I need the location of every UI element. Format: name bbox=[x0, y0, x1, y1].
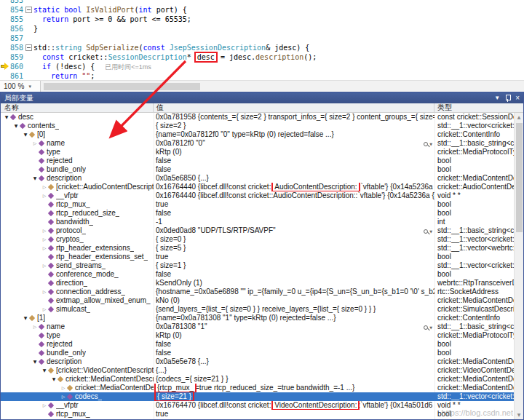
code-line[interactable]: 853 bbox=[0, 0, 524, 5]
code-editor[interactable]: 853854static bool IsValidPort(int port) … bbox=[0, 0, 524, 80]
magnifier-icon[interactable] bbox=[424, 229, 428, 234]
vertical-scrollbar[interactable]: ▲ ▼ bbox=[514, 113, 523, 419]
code-line[interactable]: 856} bbox=[0, 24, 524, 33]
variable-row[interactable]: rtp_header_extensions_set_truebool bbox=[1, 253, 515, 261]
expand-arrow-icon[interactable]: ▷ bbox=[60, 392, 67, 401]
code-line[interactable]: 857 bbox=[0, 33, 524, 43]
variable-row[interactable]: ▼description0x0a5e6850 {...}cricket::Med… bbox=[1, 174, 515, 183]
variable-row[interactable]: ▼contents_{ size=2 }std::__1::vector<cri… bbox=[1, 122, 515, 130]
collapse-arrow-icon[interactable]: ▼ bbox=[50, 375, 57, 384]
expand-arrow-icon[interactable]: ▷ bbox=[41, 235, 48, 244]
vertical-scrollbar-thumb[interactable] bbox=[516, 123, 523, 232]
variable-value-cell: true bbox=[154, 253, 434, 261]
expand-arrow-icon[interactable]: ▷ bbox=[41, 305, 48, 314]
variable-row[interactable]: rtcp_mux_truebool bbox=[1, 410, 515, 419]
expand-arrow-icon[interactable]: ▷ bbox=[41, 226, 48, 235]
code-line[interactable]: 854static bool IsValidPort(int port) { bbox=[0, 5, 524, 15]
variable-row[interactable]: rtcp_mux_truebool bbox=[1, 200, 515, 209]
expand-arrow-icon[interactable]: ▷ bbox=[41, 401, 48, 410]
magnifier-dropdown[interactable]: ▼ bbox=[424, 140, 432, 148]
code-line[interactable]: 860 if (!desc) {已用时间<=1ms bbox=[0, 62, 524, 71]
variable-row[interactable]: bandwidth_-1int bbox=[1, 218, 515, 226]
column-header-type[interactable]: 类型 bbox=[434, 103, 523, 112]
variable-row[interactable]: ▷rtp_header_extensions_{ size=5 }std::__… bbox=[1, 244, 515, 253]
value-text: 0x0a7812f0 "0" bbox=[156, 139, 205, 147]
code-line[interactable]: 855 return port >= 0 && port <= 65535; bbox=[0, 15, 524, 24]
variable-name: codecs_ bbox=[75, 392, 102, 401]
horizontal-scrollbar-thumb[interactable] bbox=[44, 83, 200, 90]
current-statement-icon bbox=[1, 65, 4, 68]
variable-row[interactable]: ▷[cricket::AudioContentDescripti...0x167… bbox=[1, 183, 515, 191]
code-line[interactable]: 858std::string SdpSerialize(const JsepSe… bbox=[0, 43, 524, 52]
expand-arrow-icon[interactable]: ▷ bbox=[41, 244, 48, 253]
perf-tip[interactable]: 已用时间<=1ms bbox=[95, 63, 151, 71]
variable-row[interactable]: rejectedfalsebool bbox=[1, 156, 515, 165]
variable-row[interactable]: ▷cryptos_{ size=0 }std::__1::vector<cric… bbox=[1, 235, 515, 244]
variable-row[interactable]: ▼[0]{name=0x0a7812f0 "0" type=kRtp (0) r… bbox=[1, 130, 515, 139]
collapse-arrow-icon[interactable]: ▼ bbox=[31, 357, 39, 366]
expand-arrow-icon[interactable]: ▷ bbox=[41, 261, 48, 270]
expand-arrow-icon[interactable]: ▷ bbox=[60, 384, 67, 392]
variable-value-cell: 0x16764470 {libcef.dll!const cricket::Vi… bbox=[154, 401, 434, 410]
zoom-control[interactable]: 100 % ▼ bbox=[0, 81, 41, 92]
code-line[interactable]: 859 const cricket::SessionDescription* d… bbox=[0, 52, 524, 62]
collapse-arrow-icon[interactable]: ▼ bbox=[3, 113, 10, 122]
column-header-value[interactable]: 值 bbox=[154, 103, 434, 112]
collapse-region-icon[interactable] bbox=[25, 7, 32, 13]
expand-arrow-icon[interactable]: ▷ bbox=[41, 183, 48, 191]
collapse-arrow-icon[interactable]: ▼ bbox=[41, 366, 48, 375]
variable-row[interactable]: ▷simulcast_{send_layers_={list_={ size=0… bbox=[1, 305, 515, 314]
variable-row[interactable]: bundle_onlyfalsebool bbox=[1, 165, 515, 174]
collapse-arrow-icon[interactable]: ▼ bbox=[31, 174, 39, 183]
expand-arrow-icon[interactable]: ▷ bbox=[31, 139, 39, 148]
variable-name: send_streams_ bbox=[56, 261, 106, 270]
variable-row[interactable]: ▼[cricket::VideoContentDescripti...{...}… bbox=[1, 366, 515, 375]
horizontal-scrollbar[interactable] bbox=[41, 81, 524, 92]
variable-row[interactable]: ▷protocol_0x0ded0ad8 "UDP/TLS/RTP/SAVPF"… bbox=[1, 226, 515, 235]
expand-arrow-icon[interactable]: ▷ bbox=[41, 288, 48, 296]
magnifier-dropdown[interactable]: ▼ bbox=[424, 323, 432, 331]
magnifier-icon[interactable] bbox=[424, 142, 428, 146]
variable-row[interactable]: rejectedfalsebool bbox=[1, 340, 515, 349]
variable-row[interactable]: extmap_allow_mixed_enum_kNo (0)cricket::… bbox=[1, 296, 515, 305]
variable-row[interactable]: ▷send_streams_{ size=1 }std::__1::vector… bbox=[1, 261, 515, 270]
variable-row[interactable]: ▷name0x0a781308 "1"▼std::__1::basic_stri… bbox=[1, 322, 515, 331]
locals-title-bar[interactable]: 局部变量 ▼ × bbox=[1, 92, 523, 103]
window-position-icon[interactable]: ▼ bbox=[494, 95, 500, 102]
variable-row[interactable]: conference_mode_falsebool bbox=[1, 270, 515, 279]
pin-icon[interactable] bbox=[505, 95, 510, 102]
collapse-arrow-icon[interactable]: ▼ bbox=[12, 122, 20, 130]
scroll-down-icon[interactable]: ▼ bbox=[515, 411, 523, 419]
collapse-region-icon[interactable] bbox=[25, 44, 32, 51]
variable-row[interactable]: ▷name0x0a7812f0 "0"▼std::__1::basic_stri… bbox=[1, 139, 515, 148]
variable-row[interactable]: ▼description0x0a5e5e78 {...}cricket::Med… bbox=[1, 357, 515, 366]
close-icon[interactable]: × bbox=[515, 95, 520, 102]
variable-row[interactable]: ▼desc0x0a781958 {contents_={ size=2 } tr… bbox=[1, 113, 515, 122]
variable-name-cell: ▼cricket::MediaContentDescri... bbox=[1, 375, 154, 384]
code-line[interactable]: 861 return ""; bbox=[0, 71, 524, 80]
variable-row[interactable]: ▷__vfptr0x16764440 {libcef.dll!const cri… bbox=[1, 191, 515, 200]
scroll-up-icon[interactable]: ▲ bbox=[515, 113, 523, 122]
expand-arrow-icon[interactable]: ▷ bbox=[41, 191, 48, 200]
variable-row[interactable]: bundle_onlyfalsebool bbox=[1, 349, 515, 357]
magnifier-dropdown[interactable]: ▼ bbox=[424, 227, 432, 235]
variable-row[interactable]: ▷cricket::MediaContentDe...{rtcp_mux_=tr… bbox=[1, 384, 515, 392]
variable-row[interactable]: direction_kSendOnly (1)webrtc::RtpTransc… bbox=[1, 279, 515, 288]
expand-arrow-icon[interactable]: ▷ bbox=[31, 322, 39, 331]
collapse-arrow-icon[interactable]: ▼ bbox=[22, 314, 29, 322]
variable-row[interactable]: ▼[1]{name=0x0a781308 "1" type=kRtp (0) r… bbox=[1, 314, 515, 322]
value-text: kRtp (0) bbox=[156, 148, 182, 156]
variable-row[interactable]: ▼cricket::MediaContentDescri...{codecs_=… bbox=[1, 375, 515, 384]
variable-row[interactable]: ▷connection_address_{hostname_=0x0a5e689… bbox=[1, 288, 515, 296]
variable-row[interactable]: ▷__vfptr0x16764470 {libcef.dll!const cri… bbox=[1, 401, 515, 410]
variable-row[interactable]: ▷codecs_{ size=21 }std::__1::vector<cric… bbox=[1, 392, 515, 401]
variable-type-cell: cricket::VideoContentDescri... bbox=[434, 366, 515, 375]
magnifier-icon[interactable] bbox=[424, 325, 428, 330]
collapse-arrow-icon[interactable]: ▼ bbox=[22, 130, 29, 139]
variable-row[interactable]: typekRtp (0)cricket::MediaProtocolType bbox=[1, 148, 515, 156]
variable-name-cell: direction_ bbox=[1, 279, 154, 288]
variable-row[interactable]: rtcp_reduced_size_falsebool bbox=[1, 209, 515, 218]
column-header-name[interactable]: 名称 bbox=[1, 103, 154, 112]
variable-type-cell: std::__1::vector<cricket::Con... bbox=[434, 122, 515, 130]
variable-row[interactable]: typekRtp (0)cricket::MediaProtocolType bbox=[1, 331, 515, 340]
